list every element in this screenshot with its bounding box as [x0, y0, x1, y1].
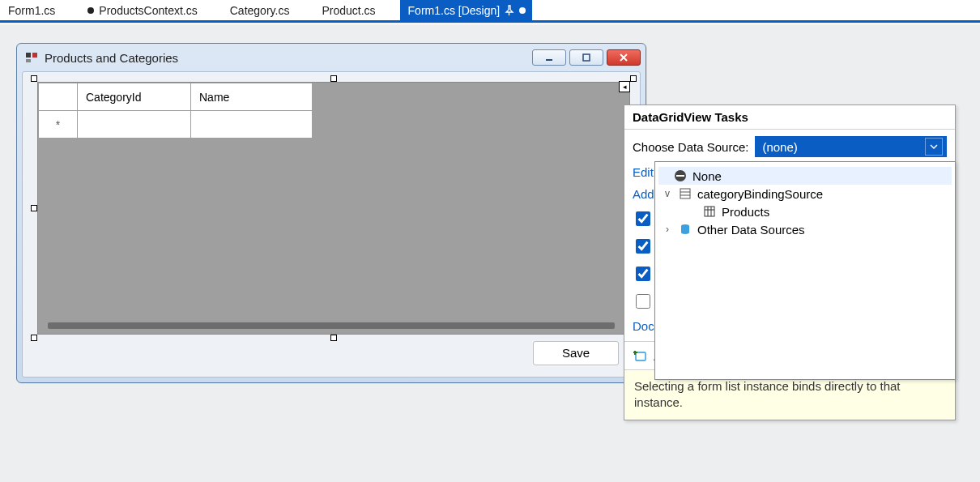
tree-item-label: None	[692, 169, 722, 183]
resize-handle-s[interactable]	[330, 335, 337, 341]
datagridview[interactable]: CategoryId Name ◂	[37, 82, 630, 335]
tab-form1-cs[interactable]: Form1.cs	[0, 0, 79, 20]
table-icon	[702, 204, 717, 219]
maximize-button[interactable]	[569, 49, 603, 66]
grid-column-header[interactable]: Name	[191, 83, 313, 111]
minimize-button[interactable]	[532, 49, 566, 66]
tab-label: ProductsContext.cs	[99, 4, 197, 17]
tasks-title: DataGridView Tasks	[624, 105, 955, 130]
data-source-tree[interactable]: None v categoryBindingSource Products › …	[654, 161, 956, 380]
svg-rect-0	[26, 53, 31, 58]
grid-cell[interactable]	[191, 111, 313, 139]
resize-handle-w[interactable]	[31, 205, 37, 211]
checkbox-icon[interactable]	[636, 267, 650, 281]
none-icon	[673, 168, 688, 183]
designer-surface[interactable]: Products and Categories	[0, 25, 980, 482]
smart-tag-glyph[interactable]: ◂	[619, 81, 630, 92]
binding-source-icon	[678, 186, 692, 201]
resize-handle-sw[interactable]	[31, 335, 37, 341]
expand-collapse-icon[interactable]: v	[662, 188, 673, 199]
tab-form1-design[interactable]: Form1.cs [Design]	[400, 0, 533, 20]
tab-label: Form1.cs	[8, 4, 55, 17]
tree-item-label: categoryBindingSource	[697, 187, 823, 201]
document-tabstrip: Form1.cs ProductsContext.cs Category.cs …	[0, 0, 980, 23]
tree-item-products[interactable]: Products	[658, 203, 952, 220]
tab-label: Category.cs	[230, 4, 290, 17]
form-icon	[25, 51, 38, 64]
tree-item-none[interactable]: None	[658, 167, 952, 185]
form-title: Products and Categories	[45, 51, 526, 65]
grid-corner-cell[interactable]	[39, 83, 78, 111]
grid-horizontal-scrollbar[interactable]	[48, 322, 615, 329]
form-client-area[interactable]: CategoryId Name ◂	[22, 71, 641, 377]
tree-item-label: Products	[722, 205, 769, 219]
tree-item-label: Other Data Sources	[697, 223, 805, 237]
choose-data-source-label: Choose Data Source:	[633, 140, 748, 154]
database-icon	[678, 222, 692, 237]
expand-collapse-icon[interactable]: ›	[662, 224, 673, 235]
resize-handle-n[interactable]	[330, 75, 337, 82]
designed-form[interactable]: Products and Categories	[16, 43, 646, 383]
dirty-indicator-icon	[519, 7, 526, 14]
svg-rect-2	[26, 59, 31, 62]
add-data-source-icon	[633, 348, 647, 363]
tab-product-cs[interactable]: Product.cs	[313, 0, 399, 20]
tab-productscontext-cs[interactable]: ProductsContext.cs	[79, 0, 221, 20]
tab-label: Form1.cs [Design]	[408, 4, 501, 17]
data-source-value: (none)	[762, 140, 797, 154]
svg-rect-11	[705, 207, 714, 216]
svg-rect-8	[680, 189, 690, 198]
svg-rect-5	[636, 352, 646, 360]
resize-handle-nw[interactable]	[31, 75, 37, 82]
tree-item-other-data-sources[interactable]: › Other Data Sources	[658, 220, 952, 238]
close-button[interactable]	[607, 49, 641, 66]
grid-cell[interactable]	[78, 111, 191, 139]
svg-rect-1	[32, 53, 37, 58]
tab-category-cs[interactable]: Category.cs	[222, 0, 314, 20]
resize-handle-ne[interactable]	[630, 75, 637, 82]
svg-rect-4	[583, 54, 590, 61]
dirty-indicator-icon	[87, 7, 94, 14]
chevron-down-icon	[925, 138, 943, 156]
checkbox-icon[interactable]	[636, 239, 650, 254]
form-titlebar: Products and Categories	[17, 44, 646, 71]
tab-label: Product.cs	[322, 4, 375, 17]
grid-column-header[interactable]: CategoryId	[78, 83, 191, 111]
grid-row-header-new[interactable]	[39, 111, 78, 139]
svg-rect-7	[676, 175, 684, 177]
pin-icon[interactable]	[505, 6, 514, 15]
data-source-dropdown[interactable]: (none)	[755, 136, 947, 157]
checkbox-icon[interactable]	[636, 294, 650, 309]
tree-item-binding-source[interactable]: v categoryBindingSource	[658, 185, 952, 203]
save-button[interactable]: Save	[533, 341, 619, 365]
checkbox-icon[interactable]	[636, 211, 650, 226]
